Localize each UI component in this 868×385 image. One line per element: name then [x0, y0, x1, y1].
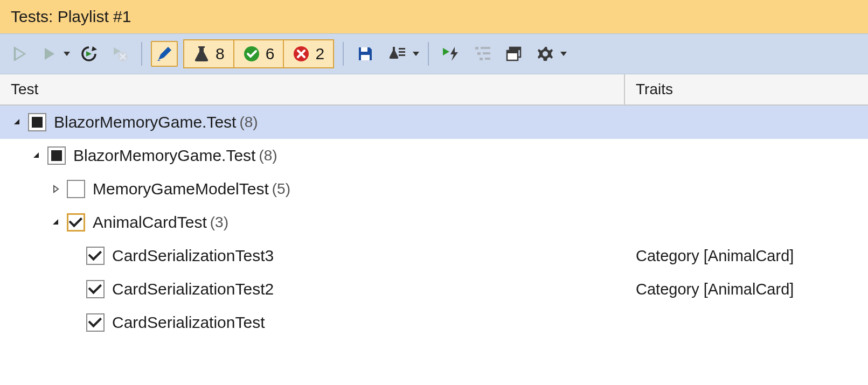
column-header-row: Test Traits	[0, 74, 868, 106]
repeat-run-icon	[80, 45, 98, 63]
column-header-traits[interactable]: Traits	[625, 74, 868, 104]
settings-dropdown[interactable]	[532, 41, 567, 67]
edit-playlist-button[interactable]	[151, 41, 178, 67]
hierarchy-icon	[474, 45, 491, 62]
checkbox-checked[interactable]	[86, 280, 105, 298]
tree-cell-test: CardSerializationTest2	[0, 280, 625, 298]
save-playlist-button[interactable]	[352, 41, 378, 67]
node-label: CardSerializationTest	[112, 313, 265, 332]
run-button[interactable]	[38, 41, 61, 67]
checkbox-indeterminate[interactable]	[28, 113, 46, 131]
expander-expanded-icon[interactable]	[11, 118, 24, 127]
play-outline-icon	[12, 46, 28, 62]
node-label: MemoryGameModelTest	[93, 180, 269, 198]
title-text: Tests: Playlist #1	[11, 8, 131, 25]
tree-row[interactable]: MemoryGameModelTest (5)	[0, 172, 868, 206]
svg-rect-27	[480, 58, 483, 60]
passed-tests-cell[interactable]: 6	[234, 39, 284, 68]
tree-cell-test: CardSerializationTest3	[0, 247, 625, 265]
chevron-down-icon	[413, 52, 419, 56]
total-count: 8	[216, 45, 225, 63]
svg-rect-16	[361, 47, 367, 52]
svg-rect-17	[361, 55, 370, 60]
check-circle-icon	[243, 45, 260, 62]
test-counts: 8 6 2	[183, 39, 334, 68]
play-bolt-icon	[442, 46, 460, 62]
svg-rect-23	[475, 47, 478, 50]
svg-marker-2	[45, 48, 54, 60]
svg-marker-9	[158, 47, 171, 60]
svg-rect-19	[399, 51, 405, 53]
svg-marker-35	[33, 152, 39, 158]
playlist-options-dropdown[interactable]	[384, 41, 419, 67]
svg-point-33	[543, 51, 548, 57]
failed-tests-cell[interactable]: 2	[284, 39, 334, 68]
show-test-run-button[interactable]	[438, 41, 464, 67]
svg-rect-24	[481, 47, 490, 49]
toolbar-separator	[428, 42, 429, 66]
column-header-test[interactable]: Test	[0, 74, 625, 104]
svg-rect-26	[483, 52, 490, 54]
svg-rect-32	[507, 51, 518, 53]
column-header-label: Traits	[636, 81, 673, 97]
pencil-icon	[155, 45, 173, 63]
svg-marker-34	[14, 119, 19, 124]
failed-count: 2	[315, 45, 324, 63]
expander-expanded-icon[interactable]	[50, 218, 63, 227]
playlist-options-button[interactable]	[384, 41, 411, 67]
windows-icon	[505, 45, 523, 62]
cancel-run-button[interactable]	[108, 41, 133, 67]
tree-row[interactable]: CardSerializationTest3Category [AnimalCa…	[0, 239, 868, 272]
tree-row[interactable]: BlazorMemoryGame.Test (8)	[0, 106, 868, 139]
svg-rect-18	[399, 48, 405, 50]
play-icon	[43, 47, 57, 61]
window-title: Tests: Playlist #1	[0, 0, 868, 33]
total-tests-cell[interactable]: 8	[183, 39, 234, 68]
checkbox-checked[interactable]	[67, 213, 85, 232]
svg-rect-20	[399, 54, 405, 56]
svg-marker-3	[92, 46, 97, 51]
svg-marker-37	[53, 219, 58, 225]
toolbar-separator	[141, 42, 142, 66]
tree-row[interactable]: AnimalCardTest (3)	[0, 206, 868, 239]
group-by-button[interactable]	[470, 41, 496, 67]
checkbox-checked[interactable]	[86, 313, 105, 332]
svg-rect-25	[477, 52, 481, 55]
run-dropdown[interactable]	[38, 41, 70, 67]
checkbox-indeterminate[interactable]	[47, 146, 66, 165]
tree-row[interactable]: CardSerializationTest2Category [AnimalCa…	[0, 272, 868, 306]
tree-cell-test: MemoryGameModelTest (5)	[0, 180, 625, 198]
expander-collapsed-icon[interactable]	[50, 185, 63, 193]
svg-marker-4	[86, 51, 92, 57]
svg-marker-21	[443, 48, 449, 55]
expander-expanded-icon[interactable]	[30, 151, 43, 160]
save-icon	[357, 45, 374, 62]
node-count: (8)	[239, 114, 258, 131]
settings-button[interactable]	[532, 41, 558, 67]
node-label: AnimalCardTest	[93, 213, 207, 232]
svg-marker-22	[450, 47, 458, 61]
passed-count: 6	[266, 45, 275, 63]
svg-marker-36	[54, 186, 58, 192]
svg-marker-0	[15, 48, 25, 60]
tree-cell-test: AnimalCardTest (3)	[0, 213, 625, 232]
chevron-down-icon	[64, 52, 70, 56]
error-circle-icon	[293, 45, 310, 62]
gear-icon	[537, 45, 554, 62]
node-count: (3)	[210, 214, 228, 231]
open-in-new-window-button[interactable]	[501, 41, 527, 67]
toolbar: 8 6 2	[0, 33, 868, 74]
svg-marker-10	[157, 60, 161, 61]
repeat-last-run-button[interactable]	[75, 41, 102, 67]
svg-rect-11	[198, 46, 205, 48]
checkbox-checked[interactable]	[86, 247, 105, 265]
svg-rect-30	[510, 47, 520, 50]
checkbox-unchecked[interactable]	[67, 180, 85, 198]
play-cancel-icon	[112, 46, 128, 62]
svg-point-12	[244, 46, 259, 61]
tree-row[interactable]: BlazorMemoryGame.Test (8)	[0, 139, 868, 172]
tree-row[interactable]: CardSerializationTest	[0, 306, 868, 339]
traits-cell: Category [AnimalCard]	[625, 281, 868, 298]
node-count: (8)	[259, 147, 277, 164]
run-all-in-view-button[interactable]	[8, 41, 32, 67]
